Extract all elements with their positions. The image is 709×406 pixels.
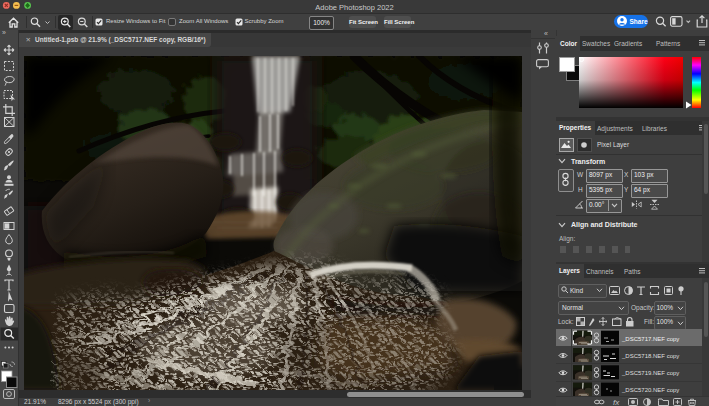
svg-text:_DSC5720.NEF copy: _DSC5720.NEF copy <box>621 387 679 393</box>
svg-text:_DSC5718.NEF copy: _DSC5718.NEF copy <box>621 353 679 359</box>
svg-text:_DSC5717.NEF copy: _DSC5717.NEF copy <box>621 336 679 342</box>
svg-text:fx: fx <box>613 398 620 406</box>
svg-text:_DSC5719.NEF copy: _DSC5719.NEF copy <box>621 370 679 376</box>
